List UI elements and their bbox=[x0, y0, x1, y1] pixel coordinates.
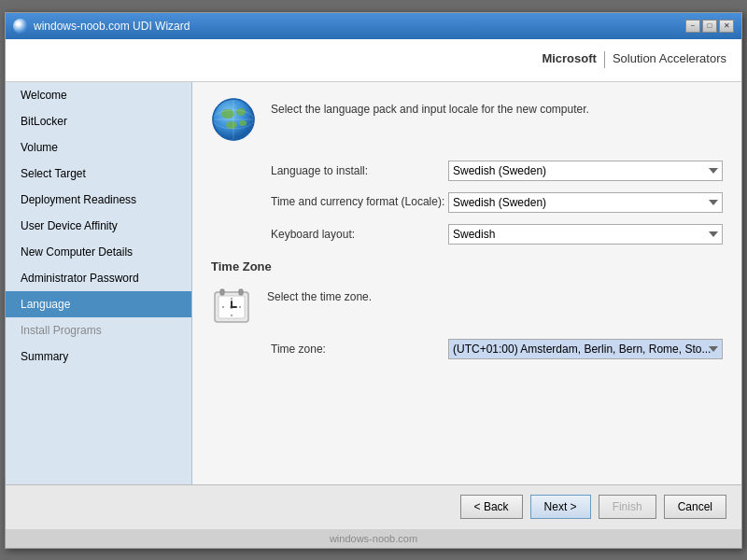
sidebar-item-deployment-readiness[interactable]: Deployment Readiness bbox=[6, 187, 191, 213]
svg-point-3 bbox=[226, 121, 237, 129]
title-bar-left: windows-noob.com UDI Wizard bbox=[13, 19, 190, 34]
finish-button[interactable]: Finish bbox=[599, 495, 656, 519]
back-button[interactable]: < Back bbox=[460, 495, 523, 519]
keyboard-layout-select[interactable]: Swedish English (US) German bbox=[448, 224, 723, 245]
timezone-select[interactable]: (UTC+01:00) Amsterdam, Berlin, Bern, Rom… bbox=[448, 339, 723, 359]
timezone-header-row: Select the time zone. bbox=[211, 285, 723, 326]
sidebar-item-user-device-affinity[interactable]: User Device Affinity bbox=[6, 213, 191, 239]
svg-rect-18 bbox=[220, 289, 224, 295]
close-button[interactable]: ✕ bbox=[719, 20, 734, 33]
sidebar-item-new-computer-details[interactable]: New Computer Details bbox=[6, 239, 191, 265]
language-description: Select the language pack and input local… bbox=[271, 97, 589, 116]
svg-point-2 bbox=[236, 108, 246, 116]
ms-brand: Microsoft bbox=[542, 51, 597, 65]
sidebar: Welcome BitLocker Volume Select Target D… bbox=[6, 82, 192, 484]
minimize-button[interactable]: − bbox=[685, 20, 700, 33]
main-window: windows-noob.com UDI Wizard − □ ✕ Micros… bbox=[5, 12, 742, 549]
sidebar-item-select-target[interactable]: Select Target bbox=[6, 161, 191, 187]
language-header-row: Select the language pack and input local… bbox=[211, 97, 723, 142]
window-controls: − □ ✕ bbox=[685, 20, 734, 33]
sidebar-item-summary[interactable]: Summary bbox=[6, 343, 191, 370]
brand-header: MicrosoftSolution Accelerators bbox=[6, 39, 741, 82]
main-area: Welcome BitLocker Volume Select Target D… bbox=[6, 82, 741, 484]
sidebar-item-language[interactable]: Language bbox=[6, 291, 191, 317]
window-title: windows-noob.com UDI Wizard bbox=[34, 20, 190, 33]
section-divider: Time Zone bbox=[211, 259, 723, 273]
title-bar: windows-noob.com UDI Wizard − □ ✕ bbox=[6, 13, 741, 39]
sidebar-item-volume[interactable]: Volume bbox=[6, 134, 191, 161]
svg-point-17 bbox=[231, 305, 233, 308]
sidebar-item-welcome[interactable]: Welcome bbox=[6, 82, 191, 108]
currency-format-row: Time and currency format (Locale): Swedi… bbox=[211, 192, 723, 213]
brand-area: MicrosoftSolution Accelerators bbox=[542, 51, 726, 68]
footer: < Back Next > Finish Cancel bbox=[6, 484, 741, 529]
keyboard-layout-row: Keyboard layout: Swedish English (US) Ge… bbox=[211, 224, 723, 245]
cancel-button[interactable]: Cancel bbox=[664, 495, 726, 519]
currency-format-label: Time and currency format (Locale): bbox=[271, 195, 448, 210]
sidebar-item-administrator-password[interactable]: Administrator Password bbox=[6, 265, 191, 291]
window-body: MicrosoftSolution Accelerators Welcome B… bbox=[6, 39, 741, 548]
app-icon bbox=[13, 19, 28, 34]
watermark-bar: windows-noob.com bbox=[6, 529, 741, 548]
content-panel: Select the language pack and input local… bbox=[192, 82, 741, 484]
timezone-label: Time zone: bbox=[271, 343, 448, 356]
globe-icon bbox=[211, 97, 256, 142]
product-brand: Solution Accelerators bbox=[613, 51, 726, 65]
language-install-select[interactable]: Swedish (Sweden) English (United States)… bbox=[448, 161, 723, 181]
svg-rect-19 bbox=[239, 289, 243, 295]
language-install-row: Language to install: Swedish (Sweden) En… bbox=[211, 161, 723, 181]
brand-divider-line bbox=[604, 51, 605, 68]
sidebar-item-install-programs: Install Programs bbox=[6, 317, 191, 343]
keyboard-layout-label: Keyboard layout: bbox=[271, 228, 448, 241]
svg-point-4 bbox=[239, 120, 247, 126]
timezone-section-title: Time Zone bbox=[211, 259, 723, 273]
next-button[interactable]: Next > bbox=[530, 495, 591, 519]
timezone-description: Select the time zone. bbox=[267, 285, 372, 303]
watermark-text: windows-noob.com bbox=[330, 533, 417, 544]
content-inner: Select the language pack and input local… bbox=[192, 82, 741, 385]
restore-button[interactable]: □ bbox=[702, 20, 717, 33]
language-install-label: Language to install: bbox=[271, 164, 448, 177]
timezone-row: Time zone: (UTC+01:00) Amsterdam, Berlin… bbox=[211, 339, 723, 359]
sidebar-item-bitlocker[interactable]: BitLocker bbox=[6, 108, 191, 134]
clock-icon bbox=[211, 285, 252, 326]
currency-format-select[interactable]: Swedish (Sweden) English (United States) bbox=[448, 192, 723, 213]
